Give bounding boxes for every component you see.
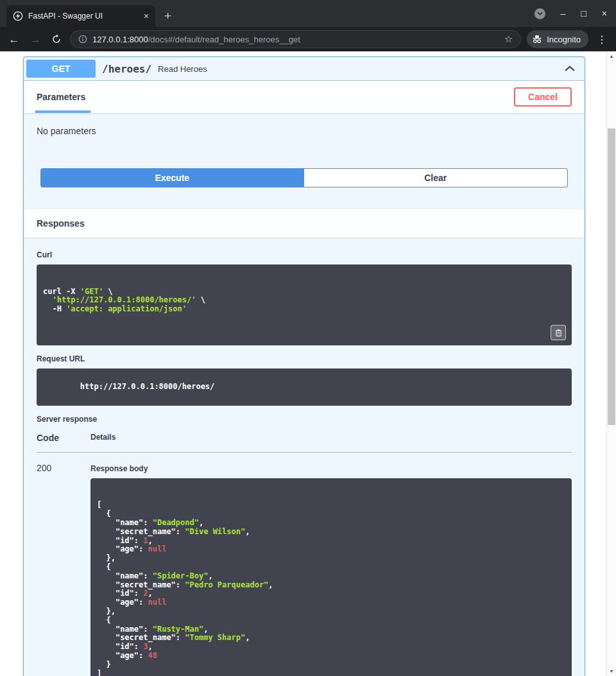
execute-button[interactable]: Execute [40, 168, 304, 187]
status-code: 200 [37, 463, 90, 676]
opblock-summary[interactable]: GET /heroes/ Read Heroes [24, 57, 585, 81]
url-text: 127.0.0.1:8000/docs#/default/read_heroes… [92, 35, 499, 44]
page-content: GET /heroes/ Read Heroes Parameters Canc… [0, 51, 606, 676]
request-url-label: Request URL [37, 354, 572, 363]
scrollbar-thumb[interactable] [608, 128, 615, 425]
method-badge: GET [26, 60, 96, 78]
browser-toolbar: ← → 127.0.0.1:8000/docs#/default/read_he… [0, 27, 616, 51]
opblock-get-heroes: GET /heroes/ Read Heroes Parameters Canc… [23, 56, 585, 676]
execute-button-group: Execute Clear [24, 168, 585, 209]
server-response-label: Server response [37, 415, 572, 424]
incognito-icon [532, 34, 542, 44]
endpoint-path: /heroes/ [102, 63, 151, 75]
maximize-button[interactable]: □ [581, 8, 586, 19]
responses-body: Curl curl -X 'GET' \ 'http://127.0.0.1:8… [24, 238, 585, 676]
address-bar[interactable]: 127.0.0.1:8000/docs#/default/read_heroes… [70, 30, 521, 48]
clear-button[interactable]: Clear [304, 168, 569, 187]
response-body-label: Response body [90, 464, 572, 473]
incognito-label: Incognito [547, 35, 581, 44]
browser-tab[interactable]: FastAPI - Swagger UI × [6, 5, 155, 27]
new-tab-button[interactable]: + [164, 10, 171, 22]
responses-title: Responses [37, 218, 85, 229]
incognito-badge: Incognito [527, 30, 588, 48]
response-row: 200 Response body [ { "name": "Deadpond"… [37, 453, 572, 676]
response-details: Response body [ { "name": "Deadpond", "s… [90, 463, 572, 676]
vertical-scrollbar[interactable]: ▲ ▼ [606, 51, 616, 676]
parameters-body: No parameters [24, 113, 585, 168]
response-body-block: [ { "name": "Deadpond", "secret_name": "… [90, 478, 572, 676]
curl-label: Curl [37, 250, 572, 259]
collapse-chevron-icon[interactable] [564, 65, 576, 72]
scroll-up-icon[interactable]: ▲ [607, 51, 616, 61]
browser-menu-icon[interactable]: ⋮ [594, 33, 610, 46]
tab-strip: FastAPI - Swagger UI × + – □ × [0, 0, 616, 27]
request-url-value: http://127.0.0.1:8000/heroes/ [80, 382, 215, 391]
back-icon[interactable]: ← [6, 34, 22, 45]
reload-icon[interactable] [49, 34, 64, 44]
window-controls: – □ × [535, 0, 607, 27]
minimize-button[interactable]: – [561, 8, 566, 19]
parameters-section-header: Parameters Cancel [24, 81, 585, 113]
endpoint-summary: Read Heroes [158, 64, 207, 74]
tab-search-icon[interactable] [535, 8, 545, 19]
request-url-block: http://127.0.0.1:8000/heroes/ [37, 368, 572, 405]
response-body-json: [ { "name": "Deadpond", "secret_name": "… [97, 501, 565, 676]
tab-close-icon[interactable]: × [144, 11, 149, 21]
forward-icon[interactable]: → [28, 34, 43, 45]
copy-curl-icon[interactable] [551, 325, 566, 340]
url-host: 127.0.0.1:8000 [92, 35, 148, 44]
fastapi-favicon-icon [13, 11, 23, 21]
scroll-down-icon[interactable]: ▼ [607, 666, 616, 676]
curl-codeblock: curl -X 'GET' \ 'http://127.0.0.1:8000/h… [37, 264, 572, 345]
responses-section-header: Responses [24, 209, 585, 238]
bookmark-star-icon[interactable]: ☆ [504, 33, 513, 45]
details-column-header: Details [90, 433, 116, 443]
tab-parameters[interactable]: Parameters [37, 92, 85, 102]
curl-command: curl -X 'GET' \ 'http://127.0.0.1:8000/h… [43, 288, 565, 314]
active-tab-underline [35, 110, 90, 113]
tab-title: FastAPI - Swagger UI [28, 12, 139, 21]
response-table-header: Code Details [37, 433, 572, 453]
code-column-header: Code [37, 433, 90, 443]
browser-chrome: FastAPI - Swagger UI × + – □ × ← → [0, 0, 616, 51]
page-info-icon[interactable] [78, 35, 87, 44]
url-path: /docs#/default/read_heroes_heroes__get [148, 35, 300, 44]
window-close-button[interactable]: × [602, 8, 607, 19]
cancel-button[interactable]: Cancel [514, 87, 572, 107]
no-parameters-text: No parameters [37, 126, 96, 136]
